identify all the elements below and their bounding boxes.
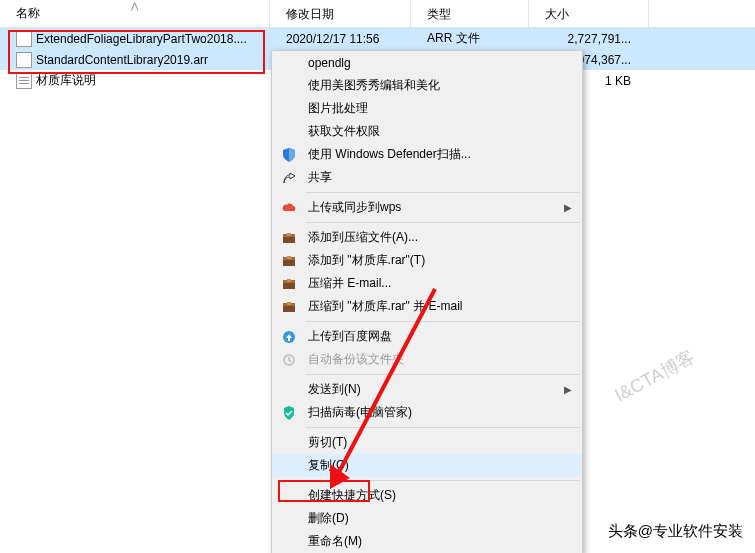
menu-batch[interactable]: 图片批处理 — [272, 97, 582, 120]
menu-separator — [306, 192, 580, 193]
watermark-footer: 头条@专业软件安装 — [602, 520, 749, 543]
file-icon — [16, 31, 32, 47]
shield-icon — [280, 146, 298, 164]
svg-rect-2 — [287, 233, 291, 236]
header-name-label: 名称 — [16, 5, 40, 22]
menu-rar-email[interactable]: 压缩并 E-mail... — [272, 272, 582, 295]
menu-opendlg[interactable]: opendlg — [272, 51, 582, 74]
file-icon — [16, 52, 32, 68]
svg-rect-11 — [287, 302, 291, 305]
svg-rect-8 — [287, 279, 291, 282]
chevron-right-icon: ▶ — [564, 202, 572, 213]
column-headers: 名称 ⋀ 修改日期 类型 大小 — [0, 0, 755, 28]
menu-send-to[interactable]: 发送到(N) ▶ — [272, 378, 582, 401]
header-name[interactable]: 名称 ⋀ — [0, 0, 270, 27]
header-type[interactable]: 类型 — [411, 0, 529, 27]
chevron-right-icon: ▶ — [564, 384, 572, 395]
file-name: 材质库说明 — [36, 72, 96, 89]
header-size[interactable]: 大小 — [529, 0, 649, 27]
file-name: ExtendedFoliageLibraryPartTwo2018.... — [36, 32, 247, 46]
file-row[interactable]: ExtendedFoliageLibraryPartTwo2018.... 20… — [0, 28, 755, 49]
menu-meitu[interactable]: 使用美图秀秀编辑和美化 — [272, 74, 582, 97]
archive-icon — [280, 252, 298, 270]
menu-separator — [306, 480, 580, 481]
menu-permission[interactable]: 获取文件权限 — [272, 120, 582, 143]
menu-wps-upload[interactable]: 上传或同步到wps ▶ — [272, 196, 582, 219]
file-size: 2,727,791... — [529, 32, 649, 46]
menu-delete[interactable]: 删除(D) — [272, 507, 582, 530]
menu-rar-add[interactable]: 添加到压缩文件(A)... — [272, 226, 582, 249]
menu-scan-virus[interactable]: 扫描病毒(电脑管家) — [272, 401, 582, 424]
archive-icon — [280, 275, 298, 293]
backup-icon — [280, 351, 298, 369]
context-menu: opendlg 使用美图秀秀编辑和美化 图片批处理 获取文件权限 使用 Wind… — [271, 50, 583, 553]
menu-separator — [306, 222, 580, 223]
archive-icon — [280, 298, 298, 316]
cloud-icon — [280, 199, 298, 217]
menu-copy[interactable]: 复制(C) — [272, 454, 582, 477]
menu-shortcut[interactable]: 创建快捷方式(S) — [272, 484, 582, 507]
menu-defender[interactable]: 使用 Windows Defender扫描... — [272, 143, 582, 166]
antivirus-icon — [280, 404, 298, 422]
menu-separator — [306, 374, 580, 375]
watermark: I&CTA博客 — [611, 345, 700, 407]
file-date: 2020/12/17 11:56 — [270, 32, 411, 46]
menu-share[interactable]: 共享 — [272, 166, 582, 189]
menu-rename[interactable]: 重命名(M) — [272, 530, 582, 553]
menu-rar-email-named[interactable]: 压缩到 "材质库.rar" 并 E-mail — [272, 295, 582, 318]
menu-cut[interactable]: 剪切(T) — [272, 431, 582, 454]
cloud-upload-icon — [280, 328, 298, 346]
menu-separator — [306, 321, 580, 322]
text-file-icon — [16, 73, 32, 89]
sort-indicator-icon: ⋀ — [131, 1, 138, 11]
menu-baidu[interactable]: 上传到百度网盘 — [272, 325, 582, 348]
menu-rar-add-named[interactable]: 添加到 "材质库.rar"(T) — [272, 249, 582, 272]
share-icon — [280, 169, 298, 187]
svg-rect-5 — [287, 256, 291, 259]
menu-auto-backup: 自动备份该文件夹 — [272, 348, 582, 371]
header-date[interactable]: 修改日期 — [270, 0, 411, 27]
file-name: StandardContentLibrary2019.arr — [36, 53, 208, 67]
file-type: ARR 文件 — [411, 30, 529, 47]
archive-icon — [280, 229, 298, 247]
menu-separator — [306, 427, 580, 428]
